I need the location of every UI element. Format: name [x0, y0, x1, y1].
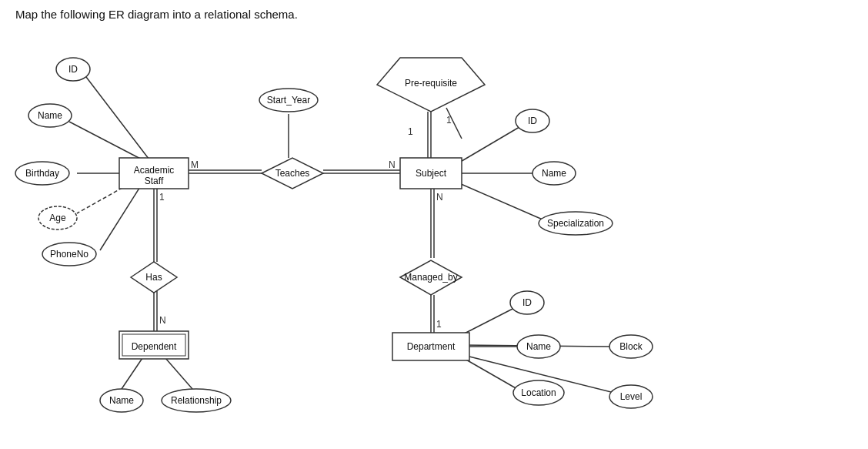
- svg-text:Birthday: Birthday: [25, 168, 59, 179]
- svg-text:Teaches: Teaches: [275, 168, 310, 179]
- svg-text:Name: Name: [542, 168, 566, 179]
- svg-text:N: N: [159, 315, 166, 326]
- svg-text:N: N: [436, 192, 443, 203]
- svg-text:Dependent: Dependent: [132, 341, 177, 352]
- svg-text:Age: Age: [49, 213, 66, 223]
- svg-line-20: [122, 358, 142, 389]
- svg-text:Name: Name: [526, 341, 551, 352]
- svg-text:Academic: Academic: [134, 165, 175, 176]
- svg-text:Specialization: Specialization: [547, 218, 604, 229]
- svg-line-21: [165, 358, 192, 389]
- svg-text:Name: Name: [109, 395, 134, 406]
- svg-text:Managed_by: Managed_by: [404, 272, 457, 283]
- svg-text:Block: Block: [619, 341, 643, 352]
- svg-line-0: [86, 77, 154, 166]
- svg-text:1: 1: [436, 319, 442, 330]
- svg-line-1: [69, 122, 146, 162]
- svg-text:ID: ID: [522, 297, 532, 308]
- svg-text:Has: Has: [145, 272, 162, 283]
- svg-text:Pre-requisite: Pre-requisite: [405, 78, 457, 89]
- svg-text:ID: ID: [528, 116, 537, 126]
- er-diagram: M N 1 N N 1 1 1 Pre-requisite Teaches Ha…: [0, 0, 868, 449]
- svg-text:Name: Name: [38, 110, 62, 121]
- svg-text:Department: Department: [407, 341, 456, 352]
- svg-line-4: [100, 183, 142, 250]
- svg-line-9: [454, 125, 523, 166]
- svg-text:ID: ID: [68, 64, 78, 75]
- svg-text:Staff: Staff: [145, 176, 164, 186]
- svg-text:Relationship: Relationship: [171, 395, 222, 406]
- svg-line-11: [454, 181, 542, 219]
- svg-text:Subject: Subject: [416, 168, 447, 179]
- svg-text:Location: Location: [521, 387, 556, 398]
- svg-text:1: 1: [159, 192, 165, 203]
- svg-text:Start_Year: Start_Year: [267, 95, 310, 106]
- svg-text:N: N: [389, 159, 396, 170]
- svg-text:1: 1: [446, 115, 452, 126]
- svg-text:M: M: [191, 159, 199, 170]
- svg-text:PhoneNo: PhoneNo: [50, 249, 88, 260]
- svg-text:1: 1: [408, 126, 413, 137]
- svg-text:Level: Level: [620, 391, 643, 402]
